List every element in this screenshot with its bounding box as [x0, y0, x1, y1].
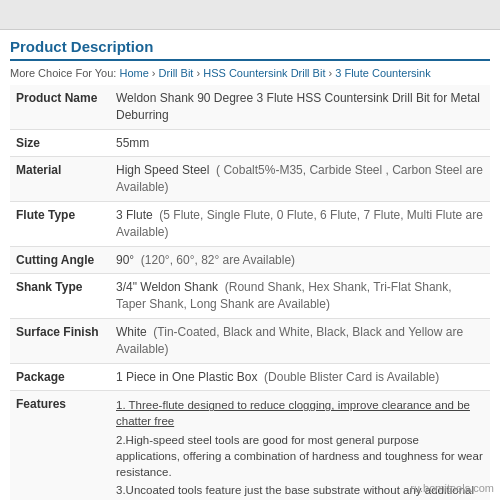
row-value: 1 Piece in One Plastic Box (Double Blist…: [110, 363, 490, 391]
row-value: 55mm: [110, 129, 490, 157]
main-content: Product Description More Choice For You:…: [0, 30, 500, 500]
value-main: Weldon Shank 90 Degree 3 Flute HSS Count…: [116, 91, 480, 122]
breadcrumb-hss[interactable]: HSS Countersink Drill Bit: [203, 67, 325, 79]
value-extra: (Double Blister Card is Available): [264, 370, 439, 384]
row-value: 3/4" Weldon Shank (Round Shank, Hex Shan…: [110, 274, 490, 319]
table-row: Surface FinishWhite (Tin-Coated, Black a…: [10, 318, 490, 363]
row-label: Flute Type: [10, 201, 110, 246]
table-row: Product NameWeldon Shank 90 Degree 3 Flu…: [10, 85, 490, 129]
table-row: Size55mm: [10, 129, 490, 157]
value-main: White: [116, 325, 147, 339]
value-extra: (Tin-Coated, Black and White, Black, Bla…: [116, 325, 463, 356]
row-label: Material: [10, 157, 110, 202]
table-row: Cutting Angle90° (120°, 60°, 82° are Ava…: [10, 246, 490, 274]
feature-item: 1. Three-flute designed to reduce cloggi…: [116, 396, 484, 430]
value-main: High Speed Steel: [116, 163, 209, 177]
row-label: Cutting Angle: [10, 246, 110, 274]
row-label: Product Name: [10, 85, 110, 129]
more-choice: More Choice For You: Home › Drill Bit › …: [10, 67, 490, 79]
row-label: Size: [10, 129, 110, 157]
row-label: Features: [10, 391, 110, 500]
row-label: Surface Finish: [10, 318, 110, 363]
table-row: Flute Type3 Flute (5 Flute, Single Flute…: [10, 201, 490, 246]
breadcrumb-home[interactable]: Home: [119, 67, 148, 79]
value-main: 3 Flute: [116, 208, 153, 222]
table-row: MaterialHigh Speed Steel ( Cobalt5%-M35,…: [10, 157, 490, 202]
value-main: 1 Piece in One Plastic Box: [116, 370, 257, 384]
breadcrumb-flute[interactable]: 3 Flute Countersink: [335, 67, 430, 79]
value-extra: (5 Flute, Single Flute, 0 Flute, 6 Flute…: [116, 208, 483, 239]
row-value: 90° (120°, 60°, 82° are Available): [110, 246, 490, 274]
value-main: 55mm: [116, 136, 149, 150]
product-table: Product NameWeldon Shank 90 Degree 3 Flu…: [10, 85, 490, 500]
row-value: Weldon Shank 90 Degree 3 Flute HSS Count…: [110, 85, 490, 129]
feature-item: 2.High-speed steel tools are good for mo…: [116, 431, 484, 481]
row-label: Shank Type: [10, 274, 110, 319]
section-title: Product Description: [10, 38, 490, 61]
value-extra: (120°, 60°, 82° are Available): [141, 253, 295, 267]
table-row: Package1 Piece in One Plastic Box (Doubl…: [10, 363, 490, 391]
row-value: High Speed Steel ( Cobalt5%-M35, Carbide…: [110, 157, 490, 202]
more-choice-label: More Choice For You:: [10, 67, 116, 79]
top-bar: [0, 0, 500, 30]
row-value: 3 Flute (5 Flute, Single Flute, 0 Flute,…: [110, 201, 490, 246]
value-main: 90°: [116, 253, 134, 267]
watermark: ru.bomitools.com: [410, 482, 494, 494]
table-row: Shank Type3/4" Weldon Shank (Round Shank…: [10, 274, 490, 319]
row-value: White (Tin-Coated, Black and White, Blac…: [110, 318, 490, 363]
breadcrumb-drillbit[interactable]: Drill Bit: [159, 67, 194, 79]
row-label: Package: [10, 363, 110, 391]
value-main: 3/4" Weldon Shank: [116, 280, 218, 294]
